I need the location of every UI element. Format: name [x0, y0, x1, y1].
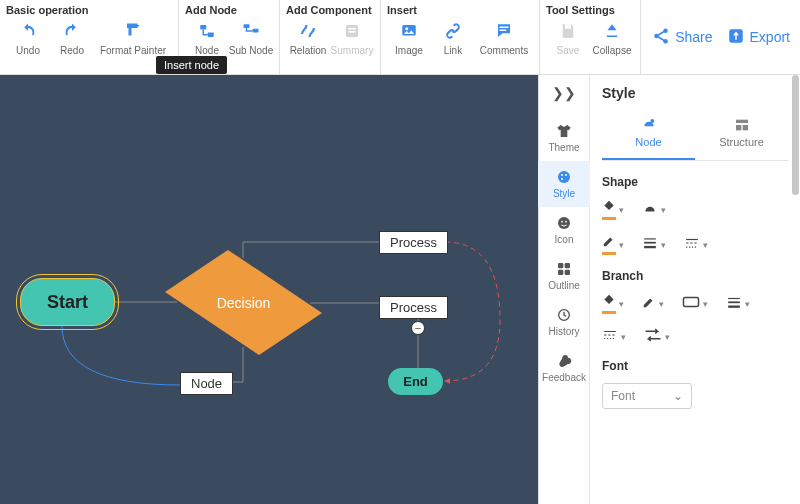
rail-collapse-button[interactable]: ❯❯	[547, 81, 581, 105]
export-icon	[727, 27, 745, 48]
svg-rect-23	[558, 270, 563, 275]
branch-shape-button[interactable]: ▾	[682, 293, 708, 314]
chevron-down-icon: ▾	[619, 205, 624, 215]
palette-icon	[555, 169, 573, 185]
insert-node-tooltip: Insert node	[156, 56, 227, 74]
line-weight-icon	[642, 236, 658, 253]
image-icon	[397, 20, 421, 42]
svg-rect-36	[728, 301, 740, 303]
rail-feedback[interactable]: Feedback	[538, 345, 590, 391]
group-title: Insert	[387, 4, 533, 16]
save-button[interactable]: Save	[546, 20, 590, 56]
group-title: Tool Settings	[546, 4, 634, 16]
node-end[interactable]: End	[388, 368, 443, 395]
svg-rect-2	[244, 24, 250, 28]
style-panel: Style Node Structure Shape ▾ ▾ ▾ ▾ ▾ Bra…	[590, 75, 800, 504]
relation-button[interactable]: Relation	[286, 20, 330, 56]
svg-point-14	[558, 171, 570, 183]
branch-pen-button[interactable]: ▾	[642, 293, 664, 314]
rect-icon	[682, 296, 700, 311]
tab-node[interactable]: Node	[602, 113, 695, 160]
branch-dash-button[interactable]: ▾	[602, 328, 626, 345]
node-decision[interactable]: Decision	[177, 258, 310, 347]
format-painter-button[interactable]: Format Painter	[94, 20, 172, 56]
chevron-down-icon: ▾	[661, 205, 666, 215]
chevron-down-icon: ▾	[659, 299, 664, 309]
section-font: Font	[602, 359, 788, 373]
collapse-button[interactable]: Collapse	[590, 20, 634, 56]
insert-comments-button[interactable]: Comments	[475, 20, 533, 56]
panel-title: Style	[602, 85, 788, 101]
rail-style[interactable]: Style	[538, 161, 590, 207]
comments-icon	[492, 20, 516, 42]
chevron-down-icon: ⌄	[673, 389, 683, 403]
format-painter-icon	[121, 20, 145, 42]
svg-point-20	[565, 221, 567, 223]
insert-image-button[interactable]: Image	[387, 20, 431, 56]
export-button[interactable]: Export	[727, 27, 790, 48]
shape-icon	[642, 201, 658, 218]
rail-outline[interactable]: Outline	[538, 253, 590, 299]
side-rail: ❯❯ Theme Style Icon Outline History Feed…	[538, 75, 590, 504]
section-shape: Shape	[602, 175, 788, 189]
branch-arrows-button[interactable]: ▾	[644, 328, 670, 345]
svg-rect-9	[565, 24, 571, 29]
scrollbar-thumb[interactable]	[792, 75, 799, 195]
feedback-icon	[555, 353, 573, 369]
line-style-icon	[684, 236, 700, 253]
svg-rect-28	[736, 125, 741, 130]
shape-border-width-button[interactable]: ▾	[642, 234, 666, 255]
node-start[interactable]: Start	[20, 278, 115, 326]
svg-point-8	[405, 27, 408, 30]
add-subnode-button[interactable]: Sub Node	[229, 20, 273, 56]
tab-structure[interactable]: Structure	[695, 113, 788, 160]
node-collapse-handle[interactable]: −	[411, 321, 425, 335]
chevron-down-icon: ▾	[661, 240, 666, 250]
undo-icon	[16, 20, 40, 42]
chevron-down-icon: ▾	[619, 299, 624, 309]
svg-rect-0	[200, 25, 206, 30]
subnode-icon	[239, 20, 263, 42]
smile-icon	[555, 215, 573, 231]
export-label: Export	[750, 29, 790, 45]
shape-fill-button[interactable]: ▾	[602, 199, 624, 220]
add-node-button[interactable]: Node	[185, 20, 229, 56]
branch-color-button[interactable]: ▾	[602, 293, 624, 314]
outline-icon	[555, 261, 573, 277]
svg-point-17	[561, 178, 563, 180]
node-process-2[interactable]: Process	[379, 296, 448, 319]
insert-link-button[interactable]: Link	[431, 20, 475, 56]
node-process-1[interactable]: Process	[379, 231, 448, 254]
chevron-down-icon: ▾	[703, 299, 708, 309]
node-generic[interactable]: Node	[180, 372, 233, 395]
rail-icon[interactable]: Icon	[538, 207, 590, 253]
panel-tabs: Node Structure	[602, 113, 788, 161]
shape-border-color-button[interactable]: ▾	[602, 234, 624, 255]
share-button[interactable]: Share	[652, 27, 712, 48]
shape-shape-button[interactable]: ▾	[642, 199, 666, 220]
svg-point-15	[561, 174, 563, 176]
node-tab-icon	[640, 117, 658, 133]
branch-line-button[interactable]: ▾	[726, 293, 750, 314]
group-insert: Insert Image Link Comments	[381, 0, 540, 74]
summary-button[interactable]: Summary	[330, 20, 374, 56]
svg-rect-1	[208, 33, 214, 38]
undo-button[interactable]: Undo	[6, 20, 50, 56]
rail-theme[interactable]: Theme	[538, 115, 590, 161]
scrollbar[interactable]	[792, 75, 799, 504]
redo-button[interactable]: Redo	[50, 20, 94, 56]
shape-border-style-button[interactable]: ▾	[684, 234, 708, 255]
svg-rect-5	[348, 28, 356, 30]
chevron-down-icon: ▾	[745, 299, 750, 309]
canvas[interactable]: Start Decision Process Process − Node En…	[0, 75, 538, 504]
font-select[interactable]: Font ⌄	[602, 383, 692, 409]
svg-rect-33	[686, 239, 698, 240]
svg-rect-34	[684, 298, 699, 307]
chevron-down-icon: ▾	[621, 332, 626, 342]
group-tool-settings: Tool Settings Save Collapse	[540, 0, 641, 74]
font-select-value: Font	[611, 389, 635, 403]
svg-rect-3	[253, 29, 259, 33]
group-title: Add Component	[286, 4, 374, 16]
svg-point-16	[565, 174, 567, 176]
rail-history[interactable]: History	[538, 299, 590, 345]
